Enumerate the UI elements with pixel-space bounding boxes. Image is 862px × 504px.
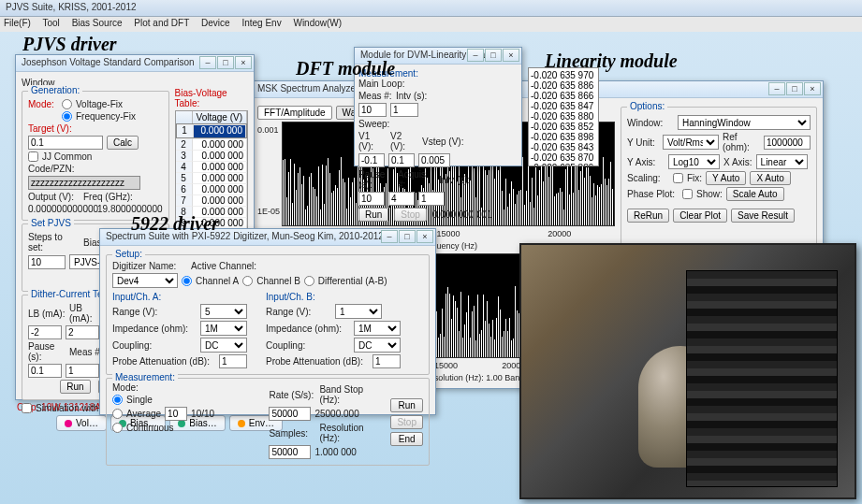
sel-dig[interactable]: Dev4: [112, 273, 178, 288]
lin-v1[interactable]: [358, 153, 385, 167]
bvt-row[interactable]: 20.000 000: [176, 138, 247, 150]
bvt-row[interactable]: 10.000 000: [176, 123, 247, 138]
tab-fft[interactable]: FFT/Amplitude: [257, 106, 332, 120]
btn-rerun[interactable]: ReRun: [627, 209, 669, 223]
inp-lb[interactable]: [28, 325, 62, 339]
btn-calc[interactable]: Calc: [107, 136, 139, 150]
max-icon[interactable]: □: [485, 49, 502, 62]
menu-integ[interactable]: Integ Env: [241, 18, 281, 28]
btn-run[interactable]: Run: [60, 380, 90, 394]
sel-coup-b[interactable]: DC: [354, 338, 401, 353]
menu-file[interactable]: File(F): [4, 18, 31, 28]
rad-single[interactable]: [112, 395, 123, 405]
inp-rate[interactable]: [269, 407, 311, 421]
bvt-row[interactable]: 50.000 000: [176, 172, 247, 183]
rad-chb[interactable]: [242, 276, 253, 286]
max-icon[interactable]: □: [786, 82, 803, 95]
sel-imp-a[interactable]: 1M: [200, 321, 247, 336]
inp-code[interactable]: [28, 176, 140, 190]
lin-value-list[interactable]: -0.020 635 970-0.020 635 886-0.020 635 8…: [528, 67, 599, 166]
inp-probe-a[interactable]: [219, 354, 247, 368]
lab-photo: [519, 243, 856, 499]
chk-show[interactable]: [682, 189, 693, 199]
xtick: 20000: [548, 229, 571, 238]
lin-intv2[interactable]: [418, 192, 445, 206]
min-icon[interactable]: –: [381, 230, 398, 243]
sel-window[interactable]: HanningWindow: [678, 115, 811, 130]
lin-intv[interactable]: [390, 103, 418, 117]
rad-voltfix[interactable]: [62, 99, 72, 109]
lbl-imp-a: Impedance (ohm):: [112, 324, 197, 334]
lbl-cha: Channel A: [196, 276, 239, 286]
btn-clearplot[interactable]: Clear Plot: [673, 209, 727, 223]
max-icon[interactable]: □: [399, 230, 416, 243]
btn-scaleauto[interactable]: Scale Auto: [726, 187, 784, 201]
rad-cha[interactable]: [182, 276, 192, 286]
inp-samples[interactable]: [269, 445, 311, 459]
lin-list-item: -0.020 635 870: [531, 152, 596, 163]
bvt-row[interactable]: 80.000 000: [176, 206, 247, 217]
inp-ub[interactable]: [66, 325, 99, 339]
sel-yaxis[interactable]: Log10: [668, 154, 720, 169]
pjvs-titlebar[interactable]: Josephson Voltage Standard Comparison –□…: [16, 55, 254, 72]
menu-window[interactable]: Window(W): [293, 18, 342, 28]
bvt-row[interactable]: 60.000 000: [176, 183, 247, 194]
chk-sim[interactable]: [22, 403, 32, 413]
menu-device[interactable]: Device: [201, 18, 230, 28]
menu-bias[interactable]: Bias Source: [72, 18, 123, 28]
lin-vstep[interactable]: [418, 153, 450, 167]
close-icon[interactable]: ×: [804, 82, 821, 95]
inp-probe-b[interactable]: [373, 354, 401, 368]
lin-titlebar[interactable]: Module for DVM-Linearity Evaluation –□×: [355, 48, 521, 65]
bvt-row[interactable]: 70.000 000: [176, 194, 247, 206]
rad-avg[interactable]: [112, 409, 123, 419]
inp-avg-a[interactable]: [165, 407, 187, 421]
lin-stop[interactable]: Stop: [394, 208, 427, 222]
close-icon[interactable]: ×: [503, 49, 519, 62]
btn-5922-run[interactable]: Run: [390, 398, 423, 412]
lbl-coup-a: Coupling:: [112, 340, 197, 351]
menu-plot[interactable]: Plot and DFT: [134, 18, 189, 28]
lin-measn[interactable]: [358, 103, 387, 117]
lin-run[interactable]: Run: [358, 208, 388, 222]
max-icon[interactable]: □: [217, 56, 234, 69]
lin-pause[interactable]: [358, 192, 385, 206]
min-icon[interactable]: –: [768, 82, 785, 95]
inp-steps[interactable]: [28, 255, 66, 269]
menu-tool[interactable]: Tool: [43, 18, 60, 28]
inp-meas[interactable]: [66, 364, 99, 378]
close-icon[interactable]: ×: [235, 56, 252, 69]
inp-ref[interactable]: [764, 136, 811, 150]
close-icon[interactable]: ×: [416, 230, 433, 243]
min-icon[interactable]: –: [199, 56, 216, 69]
lbl-target: Target (V):: [28, 123, 72, 134]
bvt-row[interactable]: 90.000 000: [176, 217, 247, 228]
chk-fix[interactable]: [673, 173, 683, 183]
sel-coup-a[interactable]: DC: [200, 338, 247, 353]
lin-list-item: -0.020 635 843: [531, 142, 596, 152]
bvt-row[interactable]: 30.000 000: [176, 150, 247, 161]
rad-freqfix[interactable]: [62, 111, 72, 122]
btn-saveresult[interactable]: Save Result: [731, 209, 795, 223]
btn-xauto[interactable]: X Auto: [750, 171, 790, 185]
rad-diff[interactable]: [304, 276, 314, 286]
menubar[interactable]: File(F) Tool Bias Source Plot and DFT De…: [0, 17, 862, 32]
lin-v2[interactable]: [388, 153, 415, 167]
btn-5922-end[interactable]: End: [390, 432, 423, 446]
rad-cont[interactable]: [112, 423, 123, 433]
chk-jj[interactable]: [28, 151, 38, 162]
min-icon[interactable]: –: [467, 49, 484, 62]
sel-imp-b[interactable]: 1M: [354, 321, 401, 336]
lin-vstep-lbl: Vstep (V):: [422, 137, 463, 147]
btn-5922-stop[interactable]: Stop: [390, 415, 423, 429]
lin-acq[interactable]: [388, 192, 415, 206]
sel-range-b[interactable]: 1: [335, 304, 382, 319]
sel-yunit[interactable]: Volt/Rms: [663, 135, 719, 150]
btn-yauto[interactable]: Y Auto: [706, 171, 746, 185]
inp-pause[interactable]: [28, 364, 62, 378]
d5922-titlebar[interactable]: Spectrum Suite with PXI-5922 Digitizer, …: [100, 229, 435, 246]
sel-xaxis[interactable]: Linear: [756, 154, 808, 169]
bvt-row[interactable]: 40.000 000: [176, 161, 247, 172]
inp-target[interactable]: [28, 136, 103, 150]
sel-range-a[interactable]: 5: [200, 304, 247, 319]
